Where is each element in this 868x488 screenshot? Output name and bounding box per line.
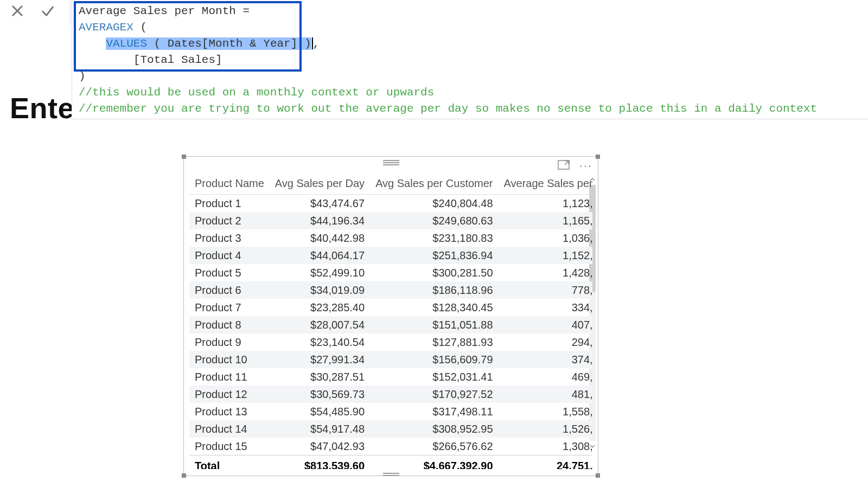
cell-product-name: Product 10	[189, 351, 270, 368]
cell-value: $231,180.83	[370, 229, 498, 247]
cell-value: $128,340.45	[370, 299, 498, 316]
table-row[interactable]: Product 6$34,019.09$186,118.96778,315.65	[189, 281, 592, 299]
cell-value: 374,914.34	[499, 351, 592, 368]
cell-value: $54,917.48	[270, 420, 370, 438]
total-label: Total	[189, 455, 270, 470]
table-row[interactable]: Product 7$23,285.40$128,340.45334,462.98	[189, 299, 592, 316]
table-scroll-area[interactable]: Product Name Avg Sales per Day Avg Sales…	[189, 174, 592, 469]
cell-value: $240,804.48	[370, 195, 498, 213]
paren-open: (	[133, 21, 147, 34]
cell-value: $28,007.54	[270, 316, 370, 333]
table-row[interactable]: Product 4$44,064.17$251,836.941,152,344.…	[189, 247, 592, 264]
cell-value: 1,152,344.78	[499, 247, 592, 264]
cell-value: 1,308,648.87	[499, 438, 592, 455]
cell-product-name: Product 12	[189, 386, 270, 403]
cell-value: $317,498.11	[370, 403, 498, 420]
trailing-comma: ,	[313, 37, 320, 50]
cell-value: $249,680.63	[370, 212, 498, 229]
cell-product-name: Product 2	[189, 212, 270, 229]
cell-value: 778,315.65	[499, 281, 592, 299]
cell-value: $300,281.50	[370, 264, 498, 281]
cell-product-name: Product 3	[189, 229, 270, 247]
cell-product-name: Product 13	[189, 403, 270, 420]
cell-value: $44,196.34	[270, 212, 370, 229]
dax-editor[interactable]: Average Sales per Month = AVERAGEX ( VAL…	[72, 0, 868, 117]
col-avg-sales-month[interactable]: Average Sales per Month	[499, 174, 592, 195]
cell-value: $127,881.93	[370, 333, 498, 351]
resize-handle-br[interactable]	[596, 473, 600, 478]
cell-value: $152,031.41	[370, 368, 498, 386]
measure-ref: [Total Sales]	[133, 54, 222, 66]
col-product-name[interactable]: Product Name	[189, 174, 270, 195]
cell-value: 469,915.26	[499, 368, 592, 386]
cell-product-name: Product 9	[189, 333, 270, 351]
table-row[interactable]: Product 5$52,499.10$300,281.501,428,611.…	[189, 264, 592, 281]
cell-value: $30,569.73	[270, 386, 370, 403]
cell-product-name: Product 15	[189, 438, 270, 455]
cell-value: $156,609.79	[370, 351, 498, 368]
cell-value: $47,042.93	[270, 438, 370, 455]
table-row[interactable]: Product 13$54,485.90$317,498.111,558,627…	[189, 403, 592, 420]
cell-product-name: Product 6	[189, 281, 270, 299]
cell-value: 407,382.33	[499, 316, 592, 333]
table-row[interactable]: Product 2$44,196.34$249,680.631,165,176.…	[189, 212, 592, 229]
table-visual[interactable]: ··· Product Name Avg Sales per Day Avg S…	[183, 156, 598, 476]
comment-line-2: //remember you are trying to work out th…	[79, 102, 817, 115]
cell-product-name: Product 14	[189, 420, 270, 438]
drag-grip-icon[interactable]	[383, 160, 399, 165]
table-row[interactable]: Product 1$43,474.67$240,804.481,123,754.…	[189, 195, 592, 213]
focus-mode-icon[interactable]	[558, 160, 570, 172]
cell-product-name: Product 11	[189, 368, 270, 386]
cell-value: 1,428,611.97	[499, 264, 592, 281]
table-row[interactable]: Product 9$23,140.54$127,881.93294,515.96	[189, 333, 592, 351]
cell-value: $186,118.96	[370, 281, 498, 299]
resize-handle-bl[interactable]	[182, 473, 186, 478]
resize-handle-tr[interactable]	[596, 155, 600, 159]
resize-handle-tl[interactable]	[182, 155, 186, 159]
col-avg-sales-customer[interactable]: Avg Sales per Customer	[370, 174, 498, 195]
table-total-row: Total $813,539.60 $4,667,392.90 24,751,3…	[189, 455, 592, 470]
cell-value: $27,991.34	[270, 351, 370, 368]
cell-value: $34,019.09	[270, 281, 370, 299]
table-row[interactable]: Product 11$30,287.51$152,031.41469,915.2…	[189, 368, 592, 386]
cell-value: 1,123,754.25	[499, 195, 592, 213]
cell-value: $308,952.95	[370, 420, 498, 438]
cell-value: 1,165,176.29	[499, 212, 592, 229]
cell-value: 481,704.82	[499, 386, 592, 403]
visual-header: ···	[558, 160, 592, 172]
cell-value: 1,036,810.99	[499, 229, 592, 247]
fn-averagex: AVERAGEX	[79, 21, 133, 34]
table-row[interactable]: Product 8$28,007.54$151,051.88407,382.33	[189, 316, 592, 333]
cell-product-name: Product 4	[189, 247, 270, 264]
table-row[interactable]: Product 15$47,042.93$266,576.621,308,648…	[189, 438, 592, 455]
more-options-icon[interactable]: ···	[579, 162, 592, 170]
cell-value: $52,499.10	[270, 264, 370, 281]
cell-product-name: Product 8	[189, 316, 270, 333]
cell-value: $251,836.94	[370, 247, 498, 264]
cell-value: $170,927.52	[370, 386, 498, 403]
cell-value: $30,287.51	[270, 368, 370, 386]
cell-value: $266,576.62	[370, 438, 498, 455]
col-avg-sales-day[interactable]: Avg Sales per Day	[270, 174, 370, 195]
cell-value: 1,558,627.09	[499, 403, 592, 420]
cell-value: 1,526,040.32	[499, 420, 592, 438]
cell-value: $43,474.67	[270, 195, 370, 213]
cell-product-name: Product 5	[189, 264, 270, 281]
cell-value: $151,051.88	[370, 316, 498, 333]
background-heading-fragment: Ente	[10, 91, 74, 125]
table-row[interactable]: Product 12$30,569.73$170,927.52481,704.8…	[189, 386, 592, 403]
cell-value: $54,485.90	[270, 403, 370, 420]
cancel-icon[interactable]	[10, 3, 25, 18]
cell-value: 334,462.98	[499, 299, 592, 316]
table-row[interactable]: Product 3$40,442.98$231,180.831,036,810.…	[189, 229, 592, 247]
table-row[interactable]: Product 14$54,917.48$308,952.951,526,040…	[189, 420, 592, 438]
paren-close: )	[79, 70, 86, 82]
cell-product-name: Product 7	[189, 299, 270, 316]
cell-product-name: Product 1	[189, 195, 270, 213]
commit-icon[interactable]	[40, 3, 55, 18]
table-row[interactable]: Product 10$27,991.34$156,609.79374,914.3…	[189, 351, 592, 368]
formula-bar[interactable]: Average Sales per Month = AVERAGEX ( VAL…	[72, 0, 868, 119]
drag-grip-bottom-icon[interactable]	[383, 473, 399, 476]
total-avg-month: 24,751,325.98	[499, 455, 592, 470]
table-header-row[interactable]: Product Name Avg Sales per Day Avg Sales…	[189, 174, 592, 195]
